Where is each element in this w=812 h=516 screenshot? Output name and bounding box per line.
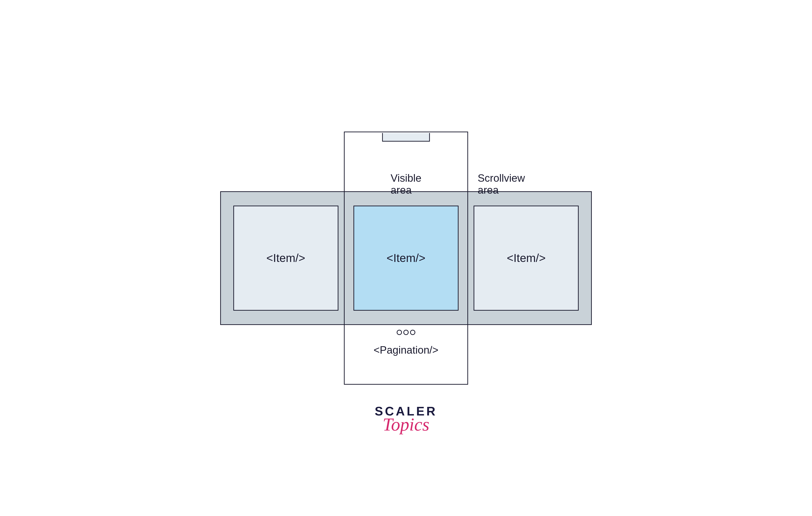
scrollview-strip: <Item/> <Item/> <Item/> [220,191,592,325]
pagination-dots [397,330,415,335]
pagination-dot-icon [397,330,402,335]
pagination-dot-icon [403,330,409,335]
brand-line-2: Topics [375,414,437,435]
item-label: <Item/> [266,252,305,264]
label-scrollview-area: Scrollview area [477,172,525,196]
phone-notch [382,133,430,142]
carousel-item-left: <Item/> [233,206,339,311]
label-pagination: <Pagination/> [374,344,438,356]
label-visible-area: Visible area [391,172,422,196]
carousel-item-center: <Item/> [353,206,459,311]
item-label: <Item/> [387,252,426,264]
pagination-dot-icon [410,330,415,335]
carousel-item-right: <Item/> [473,206,579,311]
item-label: <Item/> [507,252,546,264]
brand-logo: SCALER Topics [375,404,437,435]
